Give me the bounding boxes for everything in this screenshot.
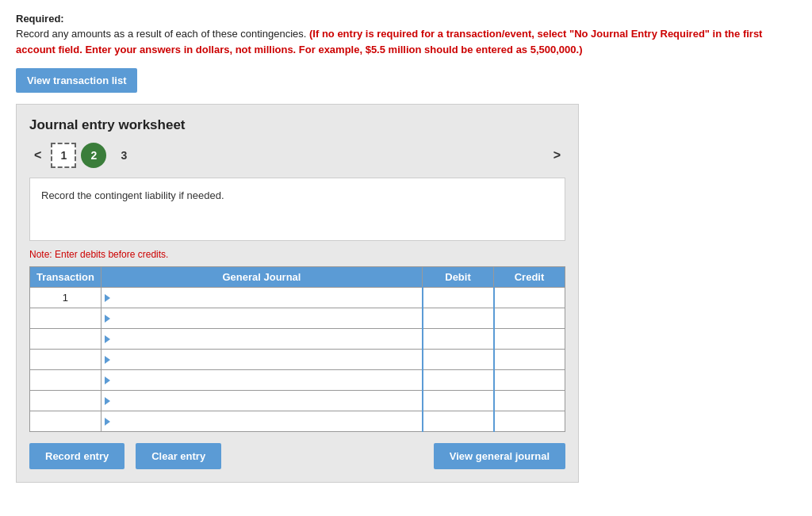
- transaction-cell: [30, 391, 102, 411]
- journal-input[interactable]: [113, 414, 422, 429]
- entry-triangle-icon: [105, 335, 110, 343]
- debit-cell[interactable]: [423, 308, 494, 329]
- col-header-transaction: Transaction: [30, 267, 102, 288]
- credit-cell[interactable]: [494, 308, 565, 329]
- transaction-cell: [30, 411, 102, 432]
- view-general-journal-button[interactable]: View general journal: [434, 443, 565, 469]
- credit-input[interactable]: [495, 373, 565, 388]
- worksheet-container: Journal entry worksheet < 1 2 3 > Record…: [16, 104, 579, 483]
- required-label: Required:: [16, 13, 796, 25]
- next-arrow[interactable]: >: [549, 147, 565, 164]
- prev-arrow[interactable]: <: [29, 147, 46, 164]
- debit-input[interactable]: [423, 393, 493, 408]
- debit-cell[interactable]: [423, 411, 494, 432]
- entry-triangle-icon: [105, 376, 110, 384]
- journal-input[interactable]: [113, 331, 422, 346]
- col-header-debit: Debit: [423, 267, 494, 288]
- instructions-text: Record any amounts as a result of each o…: [16, 26, 796, 57]
- entry-triangle-icon: [105, 294, 110, 302]
- instructions-line1: Record any amounts as a result of each o…: [16, 28, 309, 40]
- debit-cell[interactable]: [423, 391, 494, 411]
- table-row: [30, 308, 565, 329]
- table-row: [30, 411, 565, 432]
- transaction-cell: [30, 329, 102, 350]
- step-1-box[interactable]: 1: [51, 143, 76, 168]
- credit-input[interactable]: [495, 331, 565, 346]
- journal-entry-cell[interactable]: [101, 411, 422, 432]
- journal-input[interactable]: [113, 373, 422, 388]
- step-2-box[interactable]: 2: [81, 143, 106, 168]
- transaction-cell: 1: [30, 288, 102, 308]
- clear-entry-button[interactable]: Clear entry: [136, 443, 221, 469]
- nav-row: < 1 2 3 >: [29, 143, 565, 168]
- debit-cell[interactable]: [423, 329, 494, 350]
- journal-entry-cell[interactable]: [101, 350, 422, 370]
- credit-cell[interactable]: [494, 411, 565, 432]
- table-row: [30, 370, 565, 391]
- credit-input[interactable]: [495, 311, 565, 326]
- bottom-buttons: Record entry Clear entry View general jo…: [29, 443, 565, 469]
- table-row: 1: [30, 288, 565, 308]
- credit-input[interactable]: [495, 393, 565, 408]
- step-3-box[interactable]: 3: [111, 143, 136, 168]
- credit-input[interactable]: [495, 414, 565, 429]
- instruction-box: Record the contingent liability if neede…: [29, 178, 565, 241]
- entry-triangle-icon: [105, 356, 110, 364]
- credit-cell[interactable]: [494, 370, 565, 391]
- debit-input[interactable]: [423, 331, 493, 346]
- record-entry-button[interactable]: Record entry: [29, 443, 124, 469]
- debit-cell[interactable]: [423, 288, 494, 308]
- journal-input[interactable]: [113, 393, 422, 408]
- debit-input[interactable]: [423, 311, 493, 326]
- step-1-label: 1: [60, 149, 67, 162]
- transaction-cell: [30, 350, 102, 370]
- journal-table: Transaction General Journal Debit Credit…: [29, 266, 565, 432]
- journal-entry-cell[interactable]: [101, 329, 422, 350]
- debit-cell[interactable]: [423, 350, 494, 370]
- entry-triangle-icon: [105, 315, 110, 323]
- debit-input[interactable]: [423, 373, 493, 388]
- view-transaction-list-button[interactable]: View transaction list: [16, 68, 137, 93]
- debit-input[interactable]: [423, 352, 493, 367]
- debit-input[interactable]: [423, 414, 493, 429]
- journal-entry-cell[interactable]: [101, 288, 422, 308]
- transaction-cell: [30, 308, 102, 329]
- col-header-journal: General Journal: [101, 267, 422, 288]
- journal-input[interactable]: [113, 352, 422, 367]
- table-row: [30, 350, 565, 370]
- credit-cell[interactable]: [494, 350, 565, 370]
- credit-cell[interactable]: [494, 391, 565, 411]
- credit-input[interactable]: [495, 352, 565, 367]
- worksheet-title: Journal entry worksheet: [29, 117, 565, 133]
- transaction-cell: [30, 370, 102, 391]
- debit-input[interactable]: [423, 290, 493, 305]
- journal-entry-cell[interactable]: [101, 370, 422, 391]
- credit-input[interactable]: [495, 290, 565, 305]
- journal-input[interactable]: [113, 290, 422, 305]
- note-text: Note: Enter debits before credits.: [29, 249, 565, 260]
- instruction-content: Record the contingent liability if neede…: [41, 189, 224, 201]
- credit-cell[interactable]: [494, 288, 565, 308]
- journal-entry-cell[interactable]: [101, 308, 422, 329]
- entry-triangle-icon: [105, 418, 110, 426]
- credit-cell[interactable]: [494, 329, 565, 350]
- entry-triangle-icon: [105, 397, 110, 405]
- debit-cell[interactable]: [423, 370, 494, 391]
- step-2-label: 2: [90, 149, 97, 162]
- journal-entry-cell[interactable]: [101, 391, 422, 411]
- table-row: [30, 391, 565, 411]
- table-row: [30, 329, 565, 350]
- journal-input[interactable]: [113, 311, 422, 326]
- step-3-label: 3: [121, 149, 127, 162]
- col-header-credit: Credit: [494, 267, 565, 288]
